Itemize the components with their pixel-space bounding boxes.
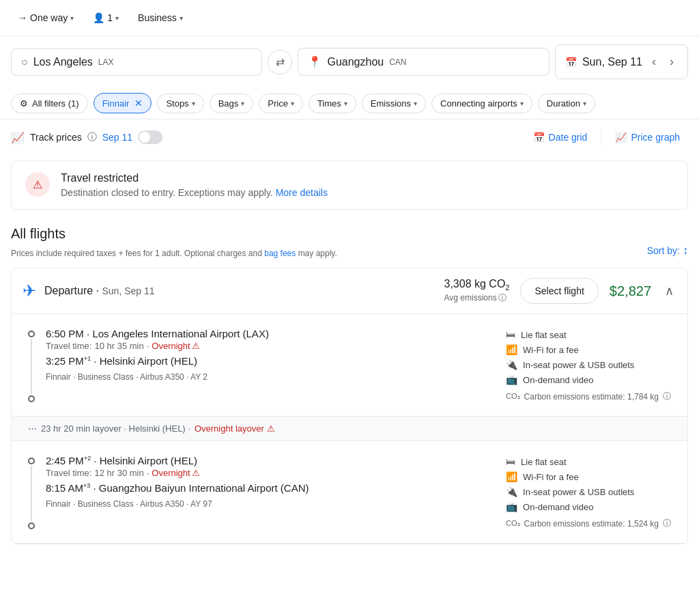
date-grid-label: Date grid (549, 132, 588, 143)
amenity-lie-flat-1: 🛏 Lie flat seat (506, 329, 671, 340)
track-info-icon[interactable]: ⓘ (87, 131, 97, 143)
amenity-power-1: 🔌 In-seat power & USB outlets (506, 359, 671, 370)
emissions-filter-button[interactable]: Emissions ▾ (362, 94, 426, 113)
duration-filter-button[interactable]: Duration ▾ (538, 94, 595, 113)
date-next-button[interactable]: › (666, 52, 678, 72)
search-row: ○ Los Angeles LAX ⇄ 📍 Guangzhou CAN 📅 Su… (0, 36, 699, 87)
amenity-video-2: 📺 On-demand video (506, 501, 671, 512)
expand-button[interactable]: ∧ (662, 281, 676, 301)
arrive-sup-1: +1 (84, 355, 91, 362)
arrow-icon: → (18, 12, 27, 23)
swap-button[interactable]: ⇄ (268, 50, 292, 74)
co2-icon-2: CO₂ (506, 519, 520, 528)
price-graph-button[interactable]: 📈 Price graph (607, 128, 688, 147)
flights-title: All flights (11, 226, 688, 242)
stops-filter-button[interactable]: Stops ▾ (157, 94, 203, 113)
class-button[interactable]: Business ▾ (131, 8, 190, 27)
segment-1-duration: Travel time: 10 hr 35 min · Overnight ⚠ (46, 341, 495, 351)
amenity-video-1: 📺 On-demand video (506, 374, 671, 385)
person-icon: 👤 (93, 12, 104, 23)
origin-code: LAX (98, 57, 114, 67)
view-divider (601, 129, 601, 145)
flight-card-header[interactable]: ✈ Departure · Sun, Sep 11 3,308 kg CO2 A… (12, 268, 687, 314)
all-filters-button[interactable]: ⚙ All filters (1) (11, 94, 88, 113)
flights-section: All flights Prices include required taxe… (0, 215, 699, 550)
track-prices-row: 📈 Track prices ⓘ Sep 11 📅 Date grid 📈 Pr… (0, 120, 699, 155)
flights-subtitle-row: Prices include required taxes + fees for… (11, 244, 688, 262)
bags-label: Bags (218, 98, 239, 109)
segment-2-info: Finnair · Business Class · Airbus A350 ·… (46, 499, 495, 509)
times-filter-button[interactable]: Times ▾ (309, 94, 356, 113)
bag-fees-link[interactable]: bag fees (264, 249, 296, 258)
origin-city: Los Angeles (33, 56, 93, 68)
co2-row-2: CO₂ Carbon emissions estimate: 1,524 kg … (506, 518, 671, 529)
segment-2: 2:45 PM+2 · Helsinki Airport (HEL) Trave… (12, 441, 687, 544)
bags-chevron: ▾ (241, 100, 244, 107)
restricted-content: Travel restricted Destination closed to … (61, 172, 328, 198)
price-graph-label: Price graph (631, 132, 680, 143)
date-label: Sun, Sep 11 (582, 56, 642, 68)
layover-dot-icon: ⋯ (28, 423, 37, 434)
restricted-title: Travel restricted (61, 172, 328, 184)
overnight-layover-text: Overnight layover ⚠ (195, 423, 275, 434)
finnair-label: Finnair (102, 98, 130, 109)
date-prev-button[interactable]: ‹ (648, 52, 660, 72)
price-graph-icon: 📈 (615, 132, 627, 143)
track-right: 📅 Date grid 📈 Price graph (525, 128, 688, 147)
destination-icon: 📍 (308, 55, 322, 68)
emissions-chevron: ▾ (414, 100, 417, 107)
origin-field[interactable]: ○ Los Angeles LAX (11, 48, 262, 76)
times-label: Times (317, 98, 341, 109)
select-flight-button[interactable]: Select flight (520, 278, 598, 304)
arrive-dot-2 (28, 522, 35, 529)
flight-price: $2,827 (610, 283, 651, 299)
finnair-filter-button[interactable]: Finnair ✕ (94, 93, 152, 113)
segment-1-arrive: 3:25 PM+1 · Helsinki Airport (HEL) (46, 355, 495, 367)
sort-icon[interactable]: ↕ (683, 244, 688, 257)
destination-code: CAN (389, 57, 406, 67)
destination-city: Guangzhou (327, 56, 384, 68)
co2-sub: 2 (505, 284, 509, 292)
restricted-description: Destination closed to entry. Exceptions … (61, 187, 328, 198)
sort-row: Sort by: ↕ (647, 244, 688, 262)
flight-departure-info: Departure · Sun, Sep 11 (44, 285, 155, 297)
co2-info-icon-1[interactable]: ⓘ (663, 391, 671, 402)
power-icon-2: 🔌 (506, 486, 517, 497)
class-chevron: ▾ (180, 14, 183, 22)
calendar-icon: 📅 (565, 57, 577, 68)
passengers-button[interactable]: 👤 1 ▾ (86, 8, 126, 27)
date-grid-button[interactable]: 📅 Date grid (525, 128, 596, 147)
segment-1-content: 6:50 PM · Los Angeles International Airp… (46, 328, 495, 402)
filters-row: ⚙ All filters (1) Finnair ✕ Stops ▾ Bags… (0, 87, 699, 120)
flight-header-left: ✈ Departure · Sun, Sep 11 (23, 281, 155, 300)
lie-flat-icon-2: 🛏 (506, 456, 515, 467)
date-field[interactable]: 📅 Sun, Sep 11 ‹ › (555, 44, 688, 79)
emissions-value: 3,308 kg CO2 (444, 278, 510, 292)
depart-dot-2 (28, 458, 35, 464)
destination-field[interactable]: 📍 Guangzhou CAN (298, 48, 549, 76)
lie-flat-icon-1: 🛏 (506, 329, 515, 340)
warning-icon: ⚠ (33, 178, 42, 191)
segment-2-timeline (28, 455, 35, 529)
track-date: Sep 11 (102, 132, 132, 143)
timeline-line-1 (31, 339, 32, 394)
price-chevron: ▾ (291, 100, 294, 107)
origin-icon: ○ (21, 56, 28, 68)
price-filter-button[interactable]: Price ▾ (259, 94, 303, 113)
track-toggle[interactable] (138, 130, 162, 144)
flights-subtitle: Prices include required taxes + fees for… (11, 249, 337, 258)
segment-2-content: 2:45 PM+2 · Helsinki Airport (HEL) Trave… (46, 455, 495, 529)
connecting-airports-filter-button[interactable]: Connecting airports ▾ (431, 94, 532, 113)
bags-filter-button[interactable]: Bags ▾ (210, 94, 254, 113)
finnair-remove-icon[interactable]: ✕ (134, 98, 143, 109)
arrive-sup-2: +3 (83, 482, 90, 489)
more-details-link[interactable]: More details (276, 187, 328, 198)
amenity-power-2: 🔌 In-seat power & USB outlets (506, 486, 671, 497)
co2-info-icon-2[interactable]: ⓘ (663, 518, 671, 529)
track-prices-label: Track prices (30, 132, 82, 143)
warn-icon-1: ⚠ (192, 341, 200, 351)
flight-header-center: 3,308 kg CO2 Avg emissions ⓘ Select flig… (444, 278, 677, 304)
top-bar: → One way ▾ 👤 1 ▾ Business ▾ (0, 0, 699, 36)
trip-type-button[interactable]: → One way ▾ (11, 8, 81, 27)
emissions-info-icon[interactable]: ⓘ (498, 292, 507, 304)
